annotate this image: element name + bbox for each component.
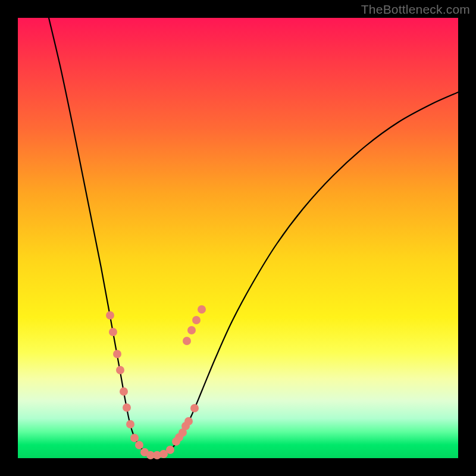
data-dot <box>109 328 117 336</box>
data-dot <box>123 403 131 412</box>
plot-area <box>18 18 458 458</box>
data-dot <box>106 311 114 320</box>
data-dot <box>183 337 191 345</box>
chart-stage: TheBottleneck.com <box>0 0 476 476</box>
data-dot <box>135 441 143 449</box>
data-dot <box>120 387 128 396</box>
data-dot <box>113 350 121 358</box>
data-dot <box>130 434 139 442</box>
data-dot <box>192 316 201 324</box>
watermark-text: TheBottleneck.com <box>361 2 470 17</box>
data-dot <box>166 446 174 454</box>
data-dot <box>187 326 196 334</box>
data-dot <box>190 404 199 412</box>
data-dot <box>181 422 190 430</box>
dots-layer <box>18 18 458 458</box>
data-dot <box>116 366 124 374</box>
data-dot <box>175 433 183 441</box>
data-dot <box>126 420 134 428</box>
data-dot <box>198 305 206 314</box>
